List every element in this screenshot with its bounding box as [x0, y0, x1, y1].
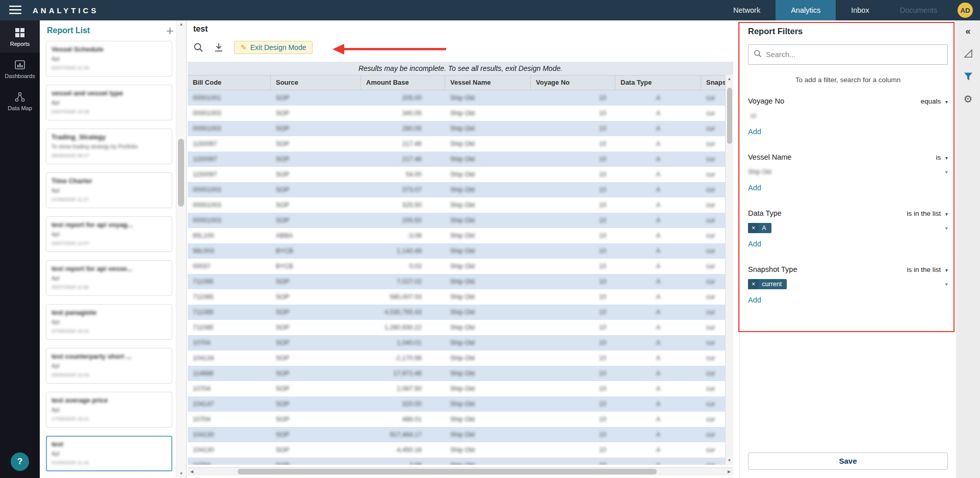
- table-row[interactable]: 711085SOP1,260,930.22Ship Old10Acur: [188, 320, 733, 335]
- report-list-scrollbar[interactable]: ▲ ▼: [176, 20, 186, 478]
- nav-documents[interactable]: Documents: [885, 0, 952, 20]
- chip-label: A: [759, 223, 771, 233]
- download-icon[interactable]: [214, 42, 224, 53]
- report-card[interactable]: test average priceApt17/06/2025 16:21: [46, 392, 172, 427]
- filter-funnel-icon[interactable]: [963, 71, 973, 82]
- table-row[interactable]: 00001001SOP205.00Ship Old10Acur: [188, 90, 733, 106]
- table-horizontal-scrollbar[interactable]: ◀ ▶: [188, 467, 733, 475]
- table-cell: 00001003: [188, 106, 271, 121]
- scroll-left-icon[interactable]: ◀: [188, 468, 196, 475]
- column-header[interactable]: Amount Base: [361, 76, 445, 90]
- report-card[interactable]: Vessel ScheduleApt02/07/2025 21:30: [46, 41, 172, 77]
- remove-chip-icon[interactable]: ×: [748, 279, 759, 289]
- report-card[interactable]: Time CharterApt21/06/2025 11:27: [46, 172, 172, 208]
- sidebar-item-reports[interactable]: Reports: [0, 20, 40, 53]
- table-row[interactable]: 98L003BYCB1,140.49Ship Old10Acur: [188, 243, 733, 259]
- filter-operator-dropdown[interactable]: is in the list ▾: [907, 266, 948, 273]
- table-cell: A: [615, 289, 701, 305]
- report-card[interactable]: vessel and vessel typeApt03/07/2025 10:2…: [46, 85, 172, 120]
- collapse-panel-icon[interactable]: «: [965, 27, 970, 36]
- scrollbar-thumb[interactable]: [727, 88, 732, 144]
- table-row[interactable]: 104130SOP4,450.16Ship Old10Acur: [188, 442, 733, 458]
- report-card[interactable]: test counterparty short ...Apt29/05/2025…: [46, 348, 172, 384]
- report-card[interactable]: test report for api voyag...Apt30/07/202…: [46, 216, 172, 252]
- sidebar-item-dashboards[interactable]: Dashboards: [0, 53, 40, 85]
- filter-operator-dropdown[interactable]: equals ▾: [920, 97, 948, 105]
- set-square-icon[interactable]: [963, 48, 974, 59]
- filter-value[interactable]: ×current▾: [748, 278, 948, 290]
- table-cell: Ship Old: [445, 182, 531, 197]
- table-row[interactable]: 00001003SOP325.50Ship Old10Acur: [188, 197, 733, 213]
- data-map-icon: [0, 91, 40, 103]
- table-row[interactable]: 00001003SOP280.05Ship Old10Acur: [188, 121, 733, 136]
- table-cell: 10: [531, 121, 615, 136]
- table-row[interactable]: 104134SOP-2,170.98Ship Old10Acur: [188, 350, 733, 366]
- scroll-down-icon[interactable]: ▼: [726, 457, 733, 465]
- table-row[interactable]: 104147SOP320.00Ship Old10Acur: [188, 396, 733, 412]
- table-row[interactable]: 1150097SOP217.46Ship Old10Acur: [188, 136, 733, 152]
- report-card[interactable]: testApt01/08/2025 11:16: [46, 436, 172, 471]
- add-filter-value-link[interactable]: Add: [748, 184, 761, 192]
- scroll-down-icon[interactable]: ▼: [176, 470, 186, 478]
- table-row[interactable]: 114688SOP17,972.46Ship Old10Acur: [188, 366, 733, 381]
- nav-analytics[interactable]: Analytics: [776, 0, 836, 20]
- chevron-down-icon: ▾: [945, 99, 948, 105]
- menu-icon[interactable]: [9, 6, 21, 15]
- scroll-right-icon[interactable]: ▶: [725, 468, 733, 475]
- table-row[interactable]: 711085SOP580,007.03Ship Old10Acur: [188, 289, 733, 305]
- add-filter-value-link[interactable]: Add: [748, 240, 761, 248]
- help-button[interactable]: ?: [11, 452, 29, 471]
- table-row[interactable]: 711085SOP7,027.02Ship Old10Acur: [188, 274, 733, 289]
- table-row[interactable]: 10704SOP2,087.50Ship Old10Acur: [188, 381, 733, 396]
- table-row[interactable]: 10704SOP7.08Ship Old10Acur: [188, 458, 733, 465]
- scrollbar-thumb[interactable]: [178, 139, 184, 207]
- table-row[interactable]: 1150097SOP217.46Ship Old10Acur: [188, 152, 733, 167]
- table-row[interactable]: 1150097SOP54.00Ship Old10Acur: [188, 167, 733, 182]
- table-row[interactable]: 104130SOP917,484.17Ship Old10Acur: [188, 427, 733, 442]
- column-header[interactable]: Vessel Name: [445, 76, 531, 90]
- report-card-title: Trading_Strategy: [51, 133, 167, 141]
- column-header[interactable]: Voyage No: [531, 76, 615, 90]
- table-cell: A: [615, 259, 701, 274]
- nav-inbox[interactable]: Inbox: [836, 0, 884, 20]
- table-row[interactable]: 10704SOP486.01Ship Old10Acur: [188, 412, 733, 427]
- scroll-up-icon[interactable]: ▲: [726, 75, 733, 83]
- sidebar-item-data-map[interactable]: Data Map: [0, 85, 40, 117]
- save-button[interactable]: Save: [748, 452, 948, 470]
- report-card[interactable]: Trading_StrategyTo show trading strategy…: [46, 129, 172, 164]
- add-report-button[interactable]: +: [166, 26, 174, 36]
- table-row[interactable]: 00001003SOP340.05Ship Old10Acur: [188, 106, 733, 121]
- filter-value[interactable]: Ship Old▾: [748, 166, 948, 178]
- nav-network[interactable]: Network: [718, 0, 776, 20]
- filter-value[interactable]: 10: [748, 110, 948, 122]
- exit-design-mode-button[interactable]: ✎ Exit Design Mode: [234, 41, 313, 54]
- column-header[interactable]: Source: [271, 76, 361, 90]
- scrollbar-thumb[interactable]: [238, 469, 657, 474]
- table-cell: 10704: [188, 458, 271, 465]
- report-card[interactable]: test panagioteApt27/06/2025 15:41: [46, 304, 172, 340]
- filter-value[interactable]: ×A▾: [748, 222, 948, 234]
- filter-operator-dropdown[interactable]: is in the list ▾: [907, 210, 948, 217]
- table-row[interactable]: 10704SOP1,040.01Ship Old10Acur: [188, 335, 733, 350]
- settings-gear-icon[interactable]: ⚙: [964, 94, 973, 104]
- filter-search-input[interactable]: [766, 51, 942, 59]
- filter-operator-dropdown[interactable]: is ▾: [936, 154, 948, 161]
- column-header[interactable]: Bill Code: [188, 76, 271, 90]
- table-row[interactable]: 65L100ABBA-3.08Ship Old10Acur: [188, 228, 733, 243]
- add-filter-value-link[interactable]: Add: [748, 128, 761, 136]
- app-title: ANALYTICS: [33, 6, 98, 15]
- table-row[interactable]: 00001003SOP373.07Ship Old10Acur: [188, 182, 733, 197]
- column-header[interactable]: Data Type: [615, 76, 701, 90]
- scroll-up-icon[interactable]: ▲: [176, 20, 186, 29]
- report-card[interactable]: test report for api vesse...Apt30/07/202…: [46, 260, 172, 296]
- table-row[interactable]: 00037BYCB0.03Ship Old10Acur: [188, 259, 733, 274]
- table-row[interactable]: 00001003SOP205.50Ship Old10Acur: [188, 213, 733, 228]
- table-row[interactable]: 711085SOP4,030,755.43Ship Old10Acur: [188, 305, 733, 320]
- filter-group: Voyage Noequals ▾10Add: [748, 97, 948, 136]
- chevron-down-icon: ▾: [945, 155, 948, 161]
- avatar[interactable]: AD: [958, 3, 973, 18]
- search-icon[interactable]: [193, 42, 203, 53]
- add-filter-value-link[interactable]: Add: [748, 296, 761, 304]
- remove-chip-icon[interactable]: ×: [748, 223, 759, 233]
- table-vertical-scrollbar[interactable]: ▲ ▼: [725, 75, 733, 465]
